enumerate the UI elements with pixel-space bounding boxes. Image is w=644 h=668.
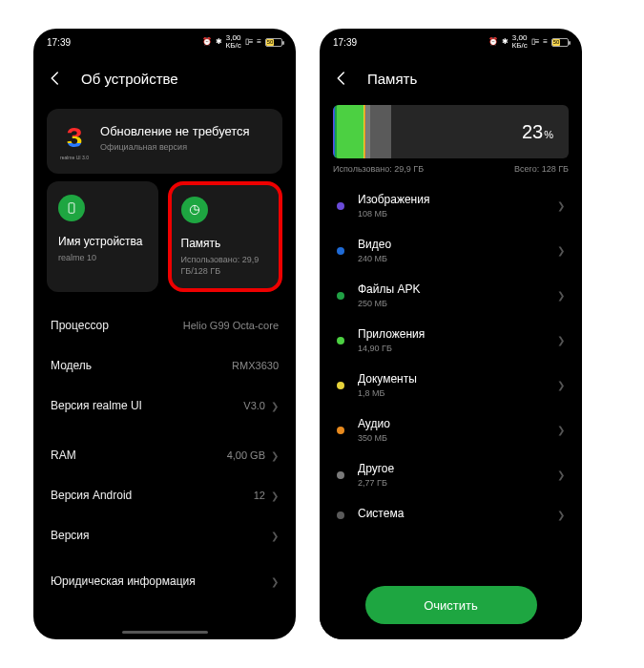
total-label: Всего: 128 ГБ — [514, 164, 569, 174]
tile-storage[interactable]: Память Использовано: 29,9 ГБ/128 ГБ — [168, 181, 283, 292]
chevron-right-icon: ❯ — [271, 491, 279, 501]
phone-icon — [58, 195, 85, 221]
category-row[interactable]: Другое2,77 ГБ❯ — [320, 452, 582, 497]
wifi-like-icon: ≡ — [543, 38, 548, 46]
category-title: Другое — [358, 462, 544, 475]
category-row[interactable]: Видео240 МБ❯ — [320, 228, 582, 273]
category-title: Приложения — [358, 327, 544, 341]
status-bar: 17:39 ⏰ ✱ 3,00 КБ/с ▯≡ ≡ 50 — [33, 29, 296, 55]
category-sub: 240 МБ — [358, 254, 544, 263]
category-title: Файлы APK — [358, 282, 544, 296]
row-legal[interactable]: Юридическая информация ❯ — [33, 565, 296, 597]
chevron-right-icon: ❯ — [557, 335, 565, 345]
category-dot-icon — [337, 337, 344, 344]
category-title: Видео — [358, 238, 544, 251]
home-indicator[interactable] — [122, 631, 208, 634]
storage-seg — [370, 105, 390, 158]
category-dot-icon — [337, 471, 344, 479]
category-row[interactable]: Файлы APK250 МБ❯ — [320, 273, 582, 318]
storage-usage-bar: 23% — [333, 105, 569, 158]
chevron-right-icon: ❯ — [557, 245, 565, 256]
category-row[interactable]: Документы1,8 МБ❯ — [320, 363, 582, 407]
category-dot-icon — [337, 427, 344, 434]
chevron-right-icon: ❯ — [271, 401, 279, 411]
update-card[interactable]: 3 realme UI 3.0 Обновление не требуется … — [47, 109, 282, 174]
chevron-right-icon: ❯ — [557, 380, 565, 390]
category-sub: 108 МБ — [358, 209, 544, 219]
status-time: 17:39 — [47, 37, 71, 48]
row-ram[interactable]: RAM 4,00 GB❯ — [33, 435, 296, 475]
bluetooth-icon: ✱ — [216, 38, 222, 46]
battery-icon: 50 — [551, 38, 569, 47]
tile-device-name[interactable]: Имя устройства realme 10 — [47, 181, 158, 292]
storage-seg — [337, 105, 364, 158]
update-text: Обновление не требуется Официальная верс… — [100, 124, 250, 152]
category-row[interactable]: Аудио350 МБ❯ — [320, 407, 582, 452]
svg-rect-0 — [69, 203, 74, 214]
update-subtitle: Официальная версия — [100, 142, 250, 152]
category-dot-icon — [337, 292, 344, 300]
row-version[interactable]: Версия ❯ — [33, 515, 296, 555]
battery-icon: 50 — [265, 38, 282, 47]
category-row[interactable]: Изображения108 МБ❯ — [320, 183, 582, 228]
chevron-right-icon: ❯ — [557, 425, 565, 435]
row-cpu[interactable]: Процессор Helio G99 Octa-core — [33, 305, 296, 345]
phone-storage: 17:39 ⏰ ✱ 3,00 КБ/с ▯≡ ≡ 50 Память 23% И… — [320, 29, 582, 639]
tiles-row: Имя устройства realme 10 Память Использо… — [47, 181, 282, 292]
category-title: Документы — [358, 372, 544, 386]
category-sub: 250 МБ — [358, 299, 544, 308]
category-dot-icon — [337, 511, 344, 519]
phone-about-device: 17:39 ⏰ ✱ 3,00 КБ/с ▯≡ ≡ 50 Об устройств… — [33, 29, 296, 639]
row-model[interactable]: Модель RMX3630 — [33, 345, 296, 386]
alarm-icon: ⏰ — [202, 38, 212, 46]
back-icon[interactable] — [333, 70, 350, 87]
chevron-right-icon: ❯ — [557, 510, 565, 520]
chevron-right-icon: ❯ — [557, 200, 565, 211]
bluetooth-icon: ✱ — [502, 38, 509, 46]
used-label: Использовано: 29,9 ГБ — [333, 164, 424, 174]
chevron-right-icon: ❯ — [271, 531, 279, 541]
status-icons: ⏰ ✱ 3,00 КБ/с ▯≡ ≡ 50 — [202, 34, 282, 50]
chevron-right-icon: ❯ — [271, 576, 279, 587]
net-speed: 3,00 КБ/с — [512, 34, 528, 50]
chevron-right-icon: ❯ — [557, 470, 565, 480]
clean-button[interactable]: Очистить — [365, 586, 537, 624]
page-title: Об устройстве — [81, 71, 178, 87]
usage-percent: 23% — [522, 121, 553, 143]
status-bar: 17:39 ⏰ ✱ 3,00 КБ/с ▯≡ ≡ 50 — [320, 29, 582, 55]
category-title: Изображения — [358, 193, 544, 206]
storage-meta: Использовано: 29,9 ГБ Всего: 128 ГБ — [333, 164, 569, 174]
category-dot-icon — [337, 382, 344, 389]
alarm-icon: ⏰ — [488, 38, 498, 46]
category-sub: 350 МБ — [358, 433, 544, 443]
status-icons: ⏰ ✱ 3,00 КБ/с ▯≡ ≡ 50 — [488, 34, 569, 50]
category-row[interactable]: Система❯ — [320, 497, 582, 532]
category-title: Аудио — [358, 417, 544, 430]
chevron-right-icon: ❯ — [557, 290, 565, 301]
back-icon[interactable] — [47, 70, 64, 87]
category-sub: 2,77 ГБ — [358, 478, 544, 488]
signal-icon: ▯≡ — [531, 38, 540, 46]
realme-ui-logo: 3 realme UI 3.0 — [60, 124, 89, 160]
category-sub: 1,8 МБ — [358, 388, 544, 398]
category-title: Система — [358, 507, 544, 520]
category-sub: 14,90 ГБ — [358, 344, 544, 353]
category-list: Изображения108 МБ❯Видео240 МБ❯Файлы APK2… — [320, 183, 582, 532]
category-dot-icon — [337, 202, 344, 210]
spec-rows: Процессор Helio G99 Octa-core Модель RMX… — [33, 305, 296, 597]
wifi-like-icon: ≡ — [257, 38, 261, 46]
update-title: Обновление не требуется — [100, 124, 250, 138]
page-title: Память — [367, 71, 417, 87]
category-dot-icon — [337, 247, 344, 255]
signal-icon: ▯≡ — [245, 38, 254, 46]
storage-pie-icon — [181, 197, 208, 223]
status-time: 17:39 — [333, 37, 357, 48]
net-speed: 3,00 КБ/с — [226, 34, 241, 50]
header: Об устройстве — [33, 55, 296, 101]
category-row[interactable]: Приложения14,90 ГБ❯ — [320, 318, 582, 363]
row-realmeui[interactable]: Версия realme UI V3.0❯ — [33, 386, 296, 426]
chevron-right-icon: ❯ — [271, 450, 279, 461]
header: Память — [320, 55, 582, 101]
row-android[interactable]: Версия Android 12❯ — [33, 475, 296, 515]
